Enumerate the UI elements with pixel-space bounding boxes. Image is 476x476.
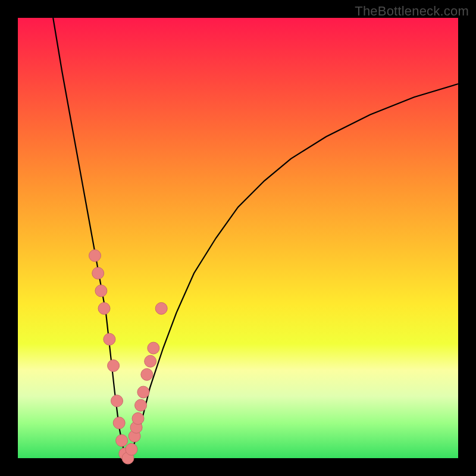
- bead-marker: [126, 443, 137, 455]
- bead-marker: [111, 395, 123, 407]
- bead-marker: [137, 386, 149, 398]
- bead-marker: [135, 399, 147, 411]
- bead-marker: [104, 333, 115, 345]
- watermark-text: TheBottleneck.com: [355, 4, 469, 19]
- bead-marker: [132, 412, 144, 424]
- bead-marker: [95, 285, 107, 297]
- bottleneck-curve: [53, 18, 458, 458]
- bead-marker: [116, 434, 128, 446]
- bead-marker: [113, 417, 125, 429]
- bead-marker: [98, 302, 110, 314]
- bead-marker: [145, 355, 156, 367]
- bead-marker: [89, 250, 101, 262]
- chart-frame: TheBottleneck.com: [0, 0, 476, 476]
- plot-area: [18, 18, 458, 458]
- bead-marker: [92, 267, 104, 279]
- curve-layer: [18, 18, 458, 458]
- bead-marker: [108, 360, 120, 372]
- bead-marker: [155, 302, 167, 314]
- bead-marker: [141, 368, 153, 380]
- bead-marker: [148, 342, 159, 354]
